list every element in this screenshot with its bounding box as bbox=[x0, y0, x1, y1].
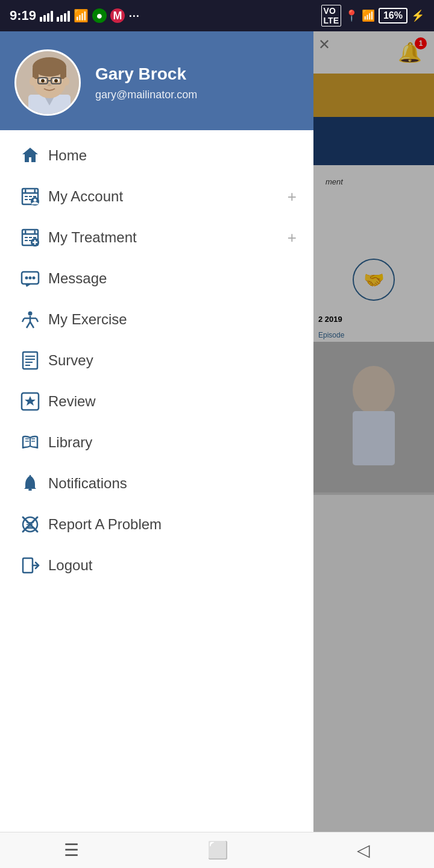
svg-rect-25 bbox=[25, 196, 28, 197]
sidebar-item-my-treatment[interactable]: My Treatment + bbox=[0, 217, 313, 258]
sidebar-item-logout[interactable]: Logout bbox=[0, 545, 313, 586]
sidebar-item-review[interactable]: Review bbox=[0, 381, 313, 422]
logout-icon bbox=[17, 556, 43, 575]
battery-display: 16% bbox=[379, 8, 407, 24]
report-problem-icon bbox=[17, 515, 43, 534]
notifications-label: Notifications bbox=[48, 475, 297, 492]
menu-icon: ☰ bbox=[64, 841, 79, 860]
home-icon bbox=[17, 146, 43, 165]
sidebar-item-report-problem[interactable]: Report A Problem bbox=[0, 504, 313, 545]
message-label: Message bbox=[48, 270, 297, 287]
logout-label: Logout bbox=[48, 557, 297, 574]
svg-line-55 bbox=[22, 318, 24, 322]
navigation-drawer: Gary Brock gary@mailinator.com Home bbox=[0, 31, 313, 832]
svg-rect-58 bbox=[25, 356, 35, 357]
nav-menu-button[interactable]: ☰ bbox=[64, 840, 79, 860]
svg-rect-36 bbox=[34, 230, 36, 234]
svg-line-54 bbox=[30, 322, 34, 328]
charging-icon: ⚡ bbox=[411, 9, 424, 22]
svg-rect-34 bbox=[22, 233, 38, 235]
nav-back-button[interactable]: ◁ bbox=[357, 840, 370, 860]
message-icon bbox=[17, 269, 43, 288]
my-treatment-expand-icon: + bbox=[288, 228, 297, 247]
svg-rect-10 bbox=[60, 68, 66, 79]
svg-rect-39 bbox=[33, 237, 36, 238]
svg-rect-78 bbox=[23, 558, 33, 573]
svg-point-13 bbox=[41, 79, 45, 83]
report-problem-label: Report A Problem bbox=[48, 516, 297, 533]
home-label: Home bbox=[48, 147, 297, 164]
svg-rect-76 bbox=[27, 524, 33, 526]
status-bar: 9:19 📶 ● M ⋯ VOLTE 📍 📶 16% ⚡ bbox=[0, 0, 434, 31]
svg-rect-60 bbox=[25, 362, 33, 363]
svg-marker-63 bbox=[25, 396, 36, 406]
my-account-icon bbox=[17, 187, 43, 206]
menu-list: Home My bbox=[0, 130, 313, 832]
svg-point-19 bbox=[30, 77, 36, 86]
sidebar-item-survey[interactable]: Survey bbox=[0, 340, 313, 381]
location-icon: 📍 bbox=[345, 9, 358, 22]
sidebar-item-library[interactable]: Library bbox=[0, 422, 313, 463]
my-treatment-label: My Treatment bbox=[48, 229, 288, 246]
my-account-label: My Account bbox=[48, 188, 288, 205]
svg-point-48 bbox=[29, 277, 32, 280]
sidebar-item-notifications[interactable]: Notifications bbox=[0, 463, 313, 504]
sidebar-item-home[interactable]: Home bbox=[0, 135, 313, 176]
svg-rect-24 bbox=[34, 189, 36, 193]
nav-home-button[interactable]: ⬜ bbox=[207, 840, 228, 860]
svg-rect-57 bbox=[23, 352, 37, 369]
review-icon bbox=[17, 392, 43, 411]
svg-point-20 bbox=[63, 77, 69, 86]
bluetooth-icon: 📶 bbox=[362, 9, 375, 22]
my-account-expand-icon: + bbox=[288, 187, 297, 206]
svg-point-32 bbox=[34, 199, 37, 202]
svg-rect-26 bbox=[29, 196, 32, 197]
user-name: Gary Brock bbox=[95, 64, 197, 84]
svg-point-18 bbox=[48, 84, 51, 86]
svg-rect-22 bbox=[22, 192, 38, 194]
svg-line-53 bbox=[27, 322, 30, 328]
overflow-icon: ⋯ bbox=[128, 9, 139, 22]
svg-point-49 bbox=[33, 277, 36, 280]
svg-rect-9 bbox=[33, 68, 39, 79]
my-exercise-icon bbox=[17, 310, 43, 329]
back-icon: ◁ bbox=[357, 841, 370, 860]
svg-rect-27 bbox=[33, 196, 36, 197]
signal-bars-1 bbox=[40, 10, 53, 22]
svg-point-50 bbox=[28, 312, 33, 316]
user-email: gary@mailinator.com bbox=[95, 89, 197, 101]
status-left: 9:19 📶 ● M ⋯ bbox=[10, 8, 139, 24]
my-exercise-label: My Exercise bbox=[48, 311, 297, 328]
signal-bars-2 bbox=[57, 10, 70, 22]
svg-rect-23 bbox=[25, 189, 27, 193]
svg-point-14 bbox=[54, 79, 58, 83]
survey-icon bbox=[17, 351, 43, 370]
user-info: Gary Brock gary@mailinator.com bbox=[95, 64, 197, 101]
my-treatment-icon bbox=[17, 228, 43, 247]
svg-rect-28 bbox=[25, 199, 28, 200]
sidebar-item-my-exercise[interactable]: My Exercise bbox=[0, 299, 313, 340]
review-label: Review bbox=[48, 393, 297, 410]
svg-rect-59 bbox=[25, 359, 35, 360]
svg-point-47 bbox=[25, 277, 28, 280]
svg-rect-37 bbox=[25, 237, 28, 238]
svg-rect-77 bbox=[27, 526, 31, 527]
app-icon-2: M bbox=[110, 8, 125, 23]
sidebar-item-my-account[interactable]: My Account + bbox=[0, 176, 313, 217]
bottom-nav: ☰ ⬜ ◁ bbox=[0, 832, 434, 868]
svg-line-56 bbox=[36, 318, 38, 322]
time-display: 9:19 bbox=[10, 8, 36, 24]
svg-rect-75 bbox=[27, 522, 34, 523]
wifi-icon: 📶 bbox=[74, 8, 89, 23]
library-label: Library bbox=[48, 434, 297, 451]
volte-icon: VOLTE bbox=[321, 5, 341, 27]
svg-rect-61 bbox=[25, 365, 30, 366]
library-icon bbox=[17, 433, 43, 452]
svg-rect-38 bbox=[29, 237, 32, 238]
svg-rect-69 bbox=[28, 489, 32, 491]
drawer-overlay[interactable] bbox=[313, 31, 434, 832]
sidebar-item-message[interactable]: Message bbox=[0, 258, 313, 299]
close-icon[interactable]: ✕ bbox=[313, 31, 335, 58]
home-nav-icon: ⬜ bbox=[207, 841, 228, 860]
app-icon-1: ● bbox=[92, 8, 107, 23]
